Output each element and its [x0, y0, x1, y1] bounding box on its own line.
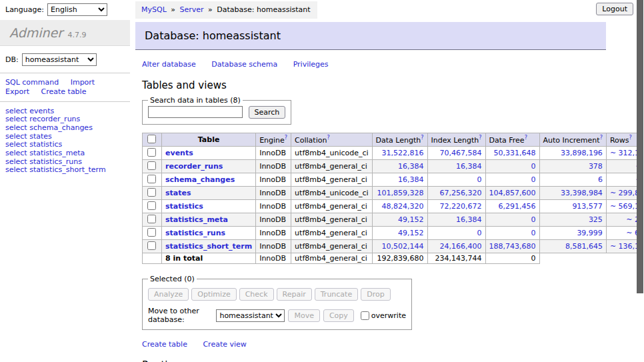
scrollbar-thumb[interactable] [637, 0, 643, 293]
data_length-cell: 16,384 [372, 173, 427, 187]
table-name-link[interactable]: schema_changes [165, 175, 235, 184]
data_length-cell: 101,859,328 [372, 187, 427, 200]
sidebar: Adminer 4.7.9 DB: homeassistant SQL comm… [0, 20, 130, 180]
column-help-link[interactable]: ? [600, 135, 603, 141]
data_length-cell: 49,152 [372, 213, 427, 227]
table-name-link[interactable]: statistics [165, 202, 203, 211]
total-cell [143, 253, 162, 264]
tables-and-views-heading: Tables and views [142, 79, 606, 91]
sidebar-select-link[interactable]: select statistics_meta [5, 149, 125, 158]
drop-button[interactable]: Drop [361, 288, 390, 301]
breadcrumb: MySQL » Server » Database: homeassistant [135, 1, 317, 19]
column-help-link[interactable]: ? [479, 135, 481, 141]
data_free-cell: 0 [485, 213, 539, 227]
row-checkbox[interactable] [147, 175, 156, 183]
table-name-link[interactable]: recorder_runs [165, 162, 223, 171]
sidebar-select-link[interactable]: select recorder_runs [5, 115, 125, 124]
database-schema-link[interactable]: Database schema [211, 60, 277, 69]
sidebar-link-export[interactable]: Export [5, 87, 29, 97]
move-db-select[interactable]: homeassistant [216, 309, 285, 322]
sidebar-select-link[interactable]: select statistics_short_term [5, 166, 125, 175]
total-cell: 8 in total [162, 253, 256, 264]
adminer-logo: Adminer 4.7.9 [0, 20, 130, 46]
table-name-link[interactable]: events [165, 149, 193, 157]
selected-legend: Selected (0) [148, 275, 197, 283]
sidebar-link-import[interactable]: Import [71, 78, 95, 87]
engine-cell: InnoDB [256, 173, 291, 187]
data_free-cell: 0 [485, 173, 539, 187]
auto_increment-cell: 39,999 [539, 227, 606, 240]
breadcrumb-link-server[interactable]: Server [180, 5, 204, 14]
move-button[interactable]: Move [288, 309, 320, 322]
index_length-cell: 24,166,400 [427, 240, 485, 253]
collation-cell: utf8mb4_general_ci [291, 227, 372, 240]
page-title: Database: homeassistant [135, 22, 606, 50]
index_length-cell: 16,384 [427, 213, 485, 227]
repair-button[interactable]: Repair [277, 288, 312, 301]
language-select[interactable]: English [47, 3, 107, 16]
breadcrumb-separator: » [171, 5, 175, 14]
row-checkbox[interactable] [147, 228, 156, 237]
overwrite-checkbox[interactable] [361, 311, 369, 320]
table-name-link[interactable]: statistics_runs [165, 229, 225, 237]
tables-overview-table: TableEngine?Collation?Data Length?Index … [142, 133, 644, 264]
index_length-cell: 16,384 [427, 160, 485, 173]
table-name-link[interactable]: states [165, 189, 191, 197]
create-view-link[interactable]: Create view [203, 340, 246, 349]
data_free-cell: 50,331,648 [485, 147, 539, 160]
total-cell: 234,143,744 [427, 253, 485, 264]
table-name-link[interactable]: statistics_meta [165, 215, 228, 224]
db-select[interactable]: homeassistant [22, 53, 97, 66]
breadcrumb-separator: » [208, 5, 213, 14]
row-checkbox[interactable] [147, 148, 156, 157]
row-checkbox[interactable] [147, 161, 156, 170]
check-button[interactable]: Check [239, 288, 274, 301]
total-cell: 0 [485, 253, 539, 264]
language-picker: Language: English [5, 3, 107, 16]
total-cell: 192,839,680 [372, 253, 427, 264]
auto_increment-cell: 8,581,645 [539, 240, 606, 253]
row-checkbox[interactable] [147, 215, 156, 223]
table-header-row: TableEngine?Collation?Data Length?Index … [143, 133, 644, 147]
optimize-button[interactable]: Optimize [191, 288, 236, 301]
collation-cell: utf8mb4_general_ci [291, 240, 372, 253]
sidebar-link-create-table[interactable]: Create table [41, 87, 87, 97]
row-checkbox[interactable] [147, 188, 156, 197]
column-header: Auto Increment? [539, 133, 606, 147]
column-help-link[interactable]: ? [285, 135, 287, 141]
column-header: Index Length? [427, 133, 485, 147]
selected-fieldset: Selected (0) AnalyzeOptimizeCheckRepairT… [142, 275, 412, 330]
row-checkbox[interactable] [147, 201, 156, 210]
auto_increment-cell: 33,898,196 [539, 147, 606, 160]
engine-cell: InnoDB [256, 187, 291, 200]
auto_increment-cell: 913,577 [539, 200, 606, 213]
index_length-cell: 72,220,672 [427, 200, 485, 213]
data_length-cell: 48,824,320 [372, 200, 427, 213]
table-name-link[interactable]: statistics_short_term [165, 242, 252, 251]
column-help-link[interactable]: ? [327, 135, 329, 141]
column-help-link[interactable]: ? [629, 135, 631, 141]
column-help-link[interactable]: ? [525, 135, 527, 141]
engine-cell: InnoDB [256, 213, 291, 227]
data_length-cell: 16,384 [372, 160, 427, 173]
alter-database-link[interactable]: Alter database [142, 60, 196, 69]
collation-cell: utf8mb4_general_ci [291, 213, 372, 227]
total-row: 8 in totalInnoDButf8mb4_general_ci192,83… [143, 253, 644, 264]
engine-cell: InnoDB [256, 227, 291, 240]
analyze-button[interactable]: Analyze [148, 288, 189, 301]
breadcrumb-link-mysql[interactable]: MySQL [141, 5, 167, 14]
index_length-cell: 0 [427, 173, 485, 187]
truncate-button[interactable]: Truncate [315, 288, 358, 301]
row-checkbox[interactable] [147, 241, 156, 250]
privileges-link[interactable]: Privileges [293, 60, 329, 69]
sidebar-link-sql-command[interactable]: SQL command [5, 78, 59, 87]
search-input[interactable] [148, 106, 243, 118]
column-help-link[interactable]: ? [421, 135, 423, 141]
create-table-link[interactable]: Create table [142, 340, 187, 349]
select-all-checkbox[interactable] [147, 135, 156, 143]
sidebar-select-link[interactable]: select schema_changes [5, 124, 125, 133]
index_length-cell: 67,256,320 [427, 187, 485, 200]
search-button[interactable]: Search [249, 106, 286, 119]
auto_increment-cell: 33,398,984 [539, 187, 606, 200]
copy-button[interactable]: Copy [323, 309, 354, 322]
